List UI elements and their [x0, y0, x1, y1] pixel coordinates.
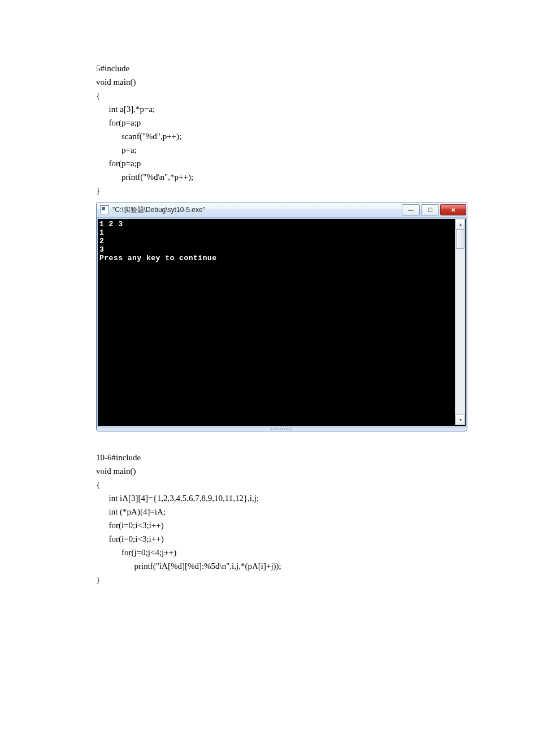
- code-line: 5#include: [96, 64, 129, 73]
- resize-grip[interactable]: [97, 427, 467, 431]
- window-title: "C:\实验题\Debug\syt10-5.exe": [112, 205, 205, 215]
- code-line: printf("%d\n",*p++);: [96, 172, 193, 182]
- code-block-1: 5#include void main() { int a[3],*p=a; f…: [96, 48, 534, 197]
- app-icon: [100, 205, 109, 214]
- code-line: for(i=0;i<3;i++): [96, 534, 164, 543]
- scroll-thumb[interactable]: [456, 230, 464, 249]
- console-line: 1: [99, 228, 104, 237]
- code-line: for(p=a;p: [96, 118, 141, 127]
- document-page: 5#include void main() { int a[3],*p=a; f…: [0, 0, 534, 756]
- code-line: 10-6#include: [96, 453, 141, 462]
- close-button[interactable]: ✕: [440, 204, 466, 215]
- scroll-track[interactable]: [455, 230, 465, 414]
- maximize-button[interactable]: ☐: [421, 204, 439, 215]
- console-window: "C:\实验题\Debug\syt10-5.exe" — ☐ ✕ 1 2 3 1…: [96, 202, 467, 431]
- code-line: int (*pA)[4]=iA;: [96, 507, 166, 516]
- code-line: for(i=0;i<3;i++): [96, 521, 164, 530]
- code-line: for(p=a;p: [96, 159, 141, 168]
- code-block-2: 10-6#include void main() { int iA[3][4]=…: [96, 437, 534, 586]
- scroll-up-button[interactable]: ▴: [455, 219, 465, 230]
- console-line: 2: [99, 237, 104, 245]
- code-line: void main(): [96, 77, 136, 87]
- code-line: printf("iA[%d][%d]:%5d\n",i,j,*(pA[i]+j)…: [96, 561, 281, 571]
- window-buttons: — ☐ ✕: [401, 204, 466, 215]
- code-line: }: [96, 186, 100, 195]
- console-output[interactable]: 1 2 3 1 2 3 Press any key to continue: [98, 219, 455, 425]
- code-line: int iA[3][4]={1,2,3,4,5,6,7,8,9,10,11,12…: [96, 494, 259, 503]
- code-line: for(j=0;j<4;j++): [96, 548, 176, 557]
- scroll-down-button[interactable]: ▾: [455, 414, 465, 425]
- window-titlebar[interactable]: "C:\实验题\Debug\syt10-5.exe" — ☐ ✕: [97, 202, 467, 218]
- titlebar-left: "C:\实验题\Debug\syt10-5.exe": [100, 205, 205, 215]
- code-line: void main(): [96, 466, 136, 476]
- console-line: 1 2 3: [99, 220, 123, 228]
- code-line: {: [96, 480, 100, 489]
- minimize-button[interactable]: —: [402, 204, 420, 215]
- console-line: 3: [99, 245, 104, 254]
- vertical-scrollbar[interactable]: ▴ ▾: [455, 219, 465, 425]
- code-line: int a[3],*p=a;: [96, 105, 155, 114]
- code-line: }: [96, 575, 100, 584]
- console-client-area: 1 2 3 1 2 3 Press any key to continue ▴ …: [98, 219, 466, 426]
- code-line: p=a;: [96, 145, 137, 154]
- console-line: Press any key to continue: [99, 254, 217, 262]
- code-line: {: [96, 91, 100, 100]
- code-line: scanf("%d",p++);: [96, 132, 181, 141]
